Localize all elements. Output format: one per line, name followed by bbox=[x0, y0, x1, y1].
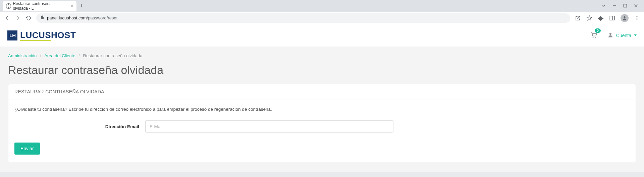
logo-mark: LH bbox=[7, 30, 17, 40]
browser-tab[interactable]: Restaurar contraseña olvidada - L × bbox=[3, 1, 76, 11]
email-label: Dirección Email bbox=[14, 124, 145, 129]
cart-badge: 0 bbox=[595, 28, 601, 33]
breadcrumb-current: Restaurar contraseña olvidada bbox=[83, 53, 143, 58]
svg-point-10 bbox=[609, 33, 611, 35]
account-label: Cuenta bbox=[616, 33, 631, 38]
extensions-icon[interactable] bbox=[598, 15, 604, 21]
submit-button[interactable]: Enviar bbox=[14, 143, 40, 155]
caret-down-icon bbox=[634, 34, 637, 36]
breadcrumb-link-client[interactable]: Área del Cliente bbox=[44, 53, 75, 58]
svg-point-6 bbox=[637, 17, 638, 18]
kebab-menu-icon[interactable] bbox=[634, 15, 640, 21]
email-field[interactable] bbox=[145, 120, 393, 132]
panel-description: ¿Olvidaste tu contraseña? Escribe tu dir… bbox=[14, 107, 630, 112]
lock-icon bbox=[40, 15, 44, 20]
panel-icon[interactable] bbox=[609, 15, 615, 21]
panel-body: ¿Olvidaste tu contraseña? Escribe tu dir… bbox=[8, 99, 636, 162]
address-bar-row: panel.lucushost.com/password/reset bbox=[0, 12, 644, 24]
share-icon[interactable] bbox=[575, 15, 581, 21]
close-window-icon[interactable] bbox=[634, 3, 638, 9]
tab-bar: Restaurar contraseña olvidada - L × + bbox=[0, 0, 644, 12]
toolbar-right bbox=[575, 14, 640, 22]
profile-avatar[interactable] bbox=[621, 14, 629, 22]
new-tab-button[interactable]: + bbox=[80, 3, 84, 10]
maximize-icon[interactable] bbox=[623, 3, 627, 9]
svg-rect-1 bbox=[624, 4, 627, 7]
address-bar[interactable]: panel.lucushost.com/password/reset bbox=[36, 13, 570, 23]
forward-button[interactable] bbox=[15, 15, 21, 21]
back-button[interactable] bbox=[4, 15, 10, 21]
tab-title: Restaurar contraseña olvidada - L bbox=[13, 1, 67, 11]
panel-header: RESTAURAR CONTRASEÑA OLVIDADA bbox=[8, 84, 636, 99]
svg-point-7 bbox=[637, 19, 638, 20]
page-title: Restaurar contraseña olvidada bbox=[8, 64, 636, 77]
breadcrumb-link-admin[interactable]: Administración bbox=[8, 53, 37, 58]
url-text: panel.lucushost.com/password/reset bbox=[47, 15, 117, 20]
svg-point-9 bbox=[595, 36, 596, 37]
breadcrumb: Administración / Área del Cliente / Rest… bbox=[8, 53, 636, 58]
account-menu[interactable]: Cuenta bbox=[607, 32, 637, 39]
site-header: LH LUCUSHOST 0 Cuenta bbox=[0, 24, 644, 47]
browser-chrome: Restaurar contraseña olvidada - L × + bbox=[0, 0, 644, 24]
reload-button[interactable] bbox=[25, 15, 32, 21]
content-area: Administración / Área del Cliente / Rest… bbox=[0, 47, 644, 172]
svg-rect-2 bbox=[610, 16, 614, 20]
globe-icon bbox=[6, 3, 11, 9]
user-icon bbox=[607, 32, 613, 39]
close-tab-icon[interactable]: × bbox=[70, 3, 73, 9]
breadcrumb-sep: / bbox=[40, 53, 41, 58]
chevron-down-icon[interactable] bbox=[602, 3, 606, 9]
header-right: 0 Cuenta bbox=[590, 31, 637, 40]
breadcrumb-sep: / bbox=[78, 53, 80, 58]
page: LH LUCUSHOST 0 Cuenta Administración / Á… bbox=[0, 24, 644, 172]
logo[interactable]: LH LUCUSHOST bbox=[7, 30, 76, 40]
svg-point-8 bbox=[593, 36, 594, 37]
cart-button[interactable]: 0 bbox=[590, 31, 597, 40]
svg-point-4 bbox=[624, 16, 625, 18]
window-controls bbox=[602, 3, 644, 9]
svg-point-5 bbox=[637, 16, 638, 17]
email-row: Dirección Email bbox=[14, 120, 630, 132]
reset-panel: RESTAURAR CONTRASEÑA OLVIDADA ¿Olvidaste… bbox=[8, 84, 636, 162]
bookmark-icon[interactable] bbox=[586, 15, 592, 21]
minimize-icon[interactable] bbox=[612, 3, 616, 9]
logo-text: LUCUSHOST bbox=[20, 30, 76, 40]
